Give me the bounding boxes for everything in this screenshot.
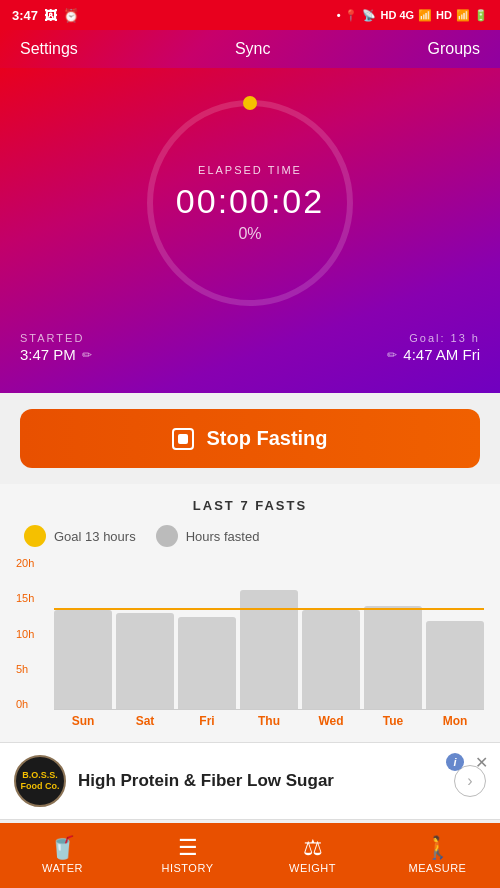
x-label-thu: Thu [240, 714, 298, 728]
circle-content: ELAPSED TIME 00:00:02 0% [176, 164, 324, 243]
started-info: STARTED 3:47 PM ✏ [20, 332, 92, 363]
timer-section: ELAPSED TIME 00:00:02 0% STARTED 3:47 PM… [0, 68, 500, 393]
bar-group-mon [426, 557, 484, 709]
groups-link[interactable]: Groups [428, 40, 480, 58]
chart-title: LAST 7 FASTS [16, 498, 484, 513]
status-signal2-icon: 📶 [456, 9, 470, 22]
bar-sun [54, 610, 112, 709]
timer-meta: STARTED 3:47 PM ✏ Goal: 13 h ✏ 4:47 AM F… [20, 332, 480, 363]
percent-display: 0% [176, 225, 324, 243]
measure-icon: 🚶 [424, 837, 451, 859]
status-wifi-icon: 📡 [362, 9, 376, 22]
x-label-sun: Sun [54, 714, 112, 728]
nav-water-label: WATER [42, 862, 83, 874]
bar-group-sat [116, 557, 174, 709]
bar-wed [302, 610, 360, 709]
bar-group-fri [178, 557, 236, 709]
started-value: 3:47 PM ✏ [20, 346, 92, 363]
chart-legend: Goal 13 hours Hours fasted [16, 525, 484, 547]
bar-fri [178, 617, 236, 709]
goal-label: Goal: 13 h [409, 332, 480, 344]
status-bar: 3:47 🖼 ⏰ • 📍 📡 HD 4G 📶 HD 📶 🔋 [0, 0, 500, 30]
ad-banner: B.O.S.S.Food Co. High Protein & Fiber Lo… [0, 742, 500, 820]
ad-close-button[interactable]: ✕ [475, 753, 488, 772]
elapsed-label: ELAPSED TIME [176, 164, 324, 176]
nav-measure[interactable]: 🚶 MEASURE [375, 823, 500, 888]
bar-mon [426, 621, 484, 709]
status-time: 3:47 [12, 8, 38, 23]
started-edit-icon[interactable]: ✏ [82, 348, 92, 362]
chart-y-labels: 0h 5h 10h 15h 20h [16, 557, 34, 710]
history-icon: ☰ [178, 837, 198, 859]
ad-logo-text: B.O.S.S.Food Co. [21, 770, 60, 792]
nav-water[interactable]: 🥤 WATER [0, 823, 125, 888]
legend-goal-label: Goal 13 hours [54, 529, 136, 544]
bar-thu [240, 590, 298, 709]
nav-weight-label: WEIGHT [289, 862, 336, 874]
nav-measure-label: MEASURE [409, 862, 467, 874]
status-location-icon: 📍 [344, 9, 358, 22]
goal-value: ✏ 4:47 AM Fri [387, 346, 480, 363]
bar-group-sun [54, 557, 112, 709]
x-label-wed: Wed [302, 714, 360, 728]
svg-point-2 [243, 96, 257, 110]
x-label-sat: Sat [116, 714, 174, 728]
legend-goal-dot [24, 525, 46, 547]
x-label-tue: Tue [364, 714, 422, 728]
chart-section: LAST 7 FASTS Goal 13 hours Hours fasted … [0, 484, 500, 742]
y-label-15h: 15h [16, 592, 34, 604]
chart-bars [54, 557, 484, 710]
weight-icon: ⚖ [303, 837, 323, 859]
status-time-area: 3:47 🖼 ⏰ [12, 8, 79, 23]
bar-group-tue [364, 557, 422, 709]
started-label: STARTED [20, 332, 92, 344]
goal-info: Goal: 13 h ✏ 4:47 AM Fri [387, 332, 480, 363]
stop-icon [172, 428, 194, 450]
bar-sat [116, 613, 174, 709]
status-battery-icon: 🔋 [474, 9, 488, 22]
settings-link[interactable]: Settings [20, 40, 78, 58]
legend-fasted-label: Hours fasted [186, 529, 260, 544]
status-network2: HD [436, 9, 452, 21]
stop-button-label: Stop Fasting [206, 427, 327, 450]
chart-x-labels: SunSatFriThuWedTueMon [54, 714, 484, 728]
timer-display: 00:00:02 [176, 182, 324, 221]
ad-logo: B.O.S.S.Food Co. [14, 755, 66, 807]
bar-group-thu [240, 557, 298, 709]
status-signal-icon: 📶 [418, 9, 432, 22]
stop-button-container: Stop Fasting [0, 393, 500, 484]
x-label-fri: Fri [178, 714, 236, 728]
status-clock-icon: ⏰ [63, 8, 79, 23]
legend-fasted: Hours fasted [156, 525, 260, 547]
bottom-nav: 🥤 WATER ☰ HISTORY ⚖ WEIGHT 🚶 MEASURE [0, 823, 500, 888]
nav-weight[interactable]: ⚖ WEIGHT [250, 823, 375, 888]
status-network: HD 4G [380, 9, 414, 21]
nav-history-label: HISTORY [162, 862, 214, 874]
y-label-5h: 5h [16, 663, 34, 675]
nav-history[interactable]: ☰ HISTORY [125, 823, 250, 888]
status-icons-area: • 📍 📡 HD 4G 📶 HD 📶 🔋 [337, 9, 488, 22]
goal-edit-icon[interactable]: ✏ [387, 348, 397, 362]
bar-tue [364, 606, 422, 709]
header-nav: Settings Sync Groups [0, 30, 500, 68]
status-photo-icon: 🖼 [44, 8, 57, 23]
stop-fasting-button[interactable]: Stop Fasting [20, 409, 480, 468]
timer-circle: ELAPSED TIME 00:00:02 0% [135, 88, 365, 318]
sync-link[interactable]: Sync [235, 40, 271, 58]
y-label-10h: 10h [16, 628, 34, 640]
bar-group-wed [302, 557, 360, 709]
ad-text: High Protein & Fiber Low Sugar [78, 770, 442, 792]
water-icon: 🥤 [49, 837, 76, 859]
chart-area: 0h 5h 10h 15h 20h SunSatFriThuWedTueMon [16, 557, 484, 732]
legend-goal: Goal 13 hours [24, 525, 136, 547]
stop-icon-inner [178, 434, 188, 444]
legend-fasted-dot [156, 525, 178, 547]
x-label-mon: Mon [426, 714, 484, 728]
y-label-20h: 20h [16, 557, 34, 569]
y-label-0h: 0h [16, 698, 34, 710]
ad-info-button[interactable]: i [446, 753, 464, 771]
status-dot1: • [337, 9, 341, 21]
